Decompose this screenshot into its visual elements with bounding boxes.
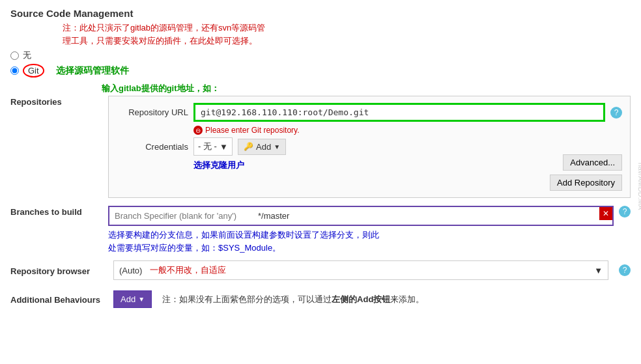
credentials-row: Credentials - 无 - ▼ 🔑 Add ▼ <box>117 137 622 156</box>
repo-browser-row: Repository browser (Auto) 一般不用改，自适应 ▼ ? <box>10 260 631 280</box>
branches-label: Branches to build <box>10 206 108 217</box>
annotation-green: 输入gitlab提供的git地址，如： <box>102 83 631 94</box>
repositories-content: Repository URL ? ⊖ Please enter Git repo… <box>108 96 631 198</box>
credentials-add-btn[interactable]: 🔑 Add ▼ <box>238 139 286 155</box>
branch-value: */master <box>253 207 612 225</box>
repo-url-label: Repository URL <box>117 107 188 117</box>
repo-browser-help-icon[interactable]: ? <box>619 264 631 276</box>
repo-url-help-icon[interactable]: ? <box>610 107 622 119</box>
branch-annotation: 选择要构建的分支信息，如果前面设置构建参数时设置了选择分支，则此 处需要填写对应… <box>108 229 614 254</box>
additional-behaviours-row: Additional Behaviours Add ▼ 注：如果没有上面紫色部分… <box>10 290 631 308</box>
annotation-top: 注：此处只演示了gitlab的源码管理，还有svn等源码管 理工具，只需要安装对… <box>63 21 631 47</box>
radio-git-row: Git 选择源码管理软件 <box>10 64 631 77</box>
repo-browser-label: Repository browser <box>10 265 108 276</box>
radio-git[interactable] <box>10 66 19 75</box>
repo-url-row: Repository URL ? <box>117 103 622 122</box>
error-dot: ⊖ <box>193 126 203 135</box>
error-text: Please enter Git repository. <box>205 126 300 135</box>
radio-none-label: 无 <box>23 49 31 61</box>
additional-label: Additional Behaviours <box>10 294 108 305</box>
repo-browser-value: (Auto) <box>119 266 142 275</box>
radio-none-row: 无 <box>10 49 631 61</box>
additional-annotation-bold: 左侧的Add按钮 <box>332 294 390 304</box>
credentials-value: - 无 - <box>198 141 217 152</box>
repo-browser-select[interactable]: (Auto) 一般不用改，自适应 ▼ <box>113 260 608 280</box>
radio-git-label: Git <box>28 66 39 76</box>
branch-input-container: */master ✕ <box>108 206 614 226</box>
credentials-select[interactable]: - 无 - ▼ <box>193 137 233 156</box>
key-icon: 🔑 <box>244 142 253 151</box>
additional-add-button[interactable]: Add ▼ <box>113 290 152 308</box>
credentials-label: Credentials <box>117 142 188 152</box>
add-btn-arrow: ▼ <box>274 143 280 150</box>
repo-url-input[interactable] <box>193 103 605 122</box>
additional-annotation: 注：如果没有上面紫色部分的选项，可以通过左侧的Add按钮来添加。 <box>162 294 424 305</box>
browser-dropdown-arrow: ▼ <box>594 266 603 275</box>
right-buttons: Advanced... Add Repository <box>550 154 622 191</box>
additional-add-arrow: ▼ <box>138 296 145 303</box>
repositories-label: Repositories <box>10 96 108 107</box>
section-title: Source Code Management <box>10 8 631 19</box>
branch-specifier-input[interactable] <box>109 207 253 225</box>
radio-group: 无 Git 选择源码管理软件 <box>10 49 631 77</box>
additional-add-label: Add <box>121 294 135 304</box>
credentials-dropdown-arrow: ▼ <box>220 142 228 152</box>
add-repository-button[interactable]: Add Repository <box>550 175 622 191</box>
repo-browser-annotation: 一般不用改，自适应 <box>150 264 226 276</box>
radio-none[interactable] <box>10 51 19 60</box>
advanced-button[interactable]: Advanced... <box>563 154 622 171</box>
branches-content: */master ✕ 选择要构建的分支信息，如果前面设置构建参数时设置了选择分支… <box>108 206 614 254</box>
main-container: { "page": { "section_title": "Source Cod… <box>0 0 641 364</box>
add-btn-label: Add <box>256 142 271 152</box>
git-ellipse: Git <box>23 64 44 77</box>
branches-help-icon[interactable]: ? <box>619 206 631 217</box>
error-message: ⊖ Please enter Git repository. <box>193 126 622 135</box>
select-scm-annotation: 选择源码管理软件 <box>56 65 129 77</box>
repositories-row: Repositories Repository URL ? ⊖ Please e… <box>10 96 631 198</box>
branch-close-btn[interactable]: ✕ <box>599 207 612 220</box>
branches-row: Branches to build */master ✕ 选择要构建的分支信息，… <box>10 206 631 254</box>
watermark: nav/AMDD.MA <box>637 162 641 210</box>
